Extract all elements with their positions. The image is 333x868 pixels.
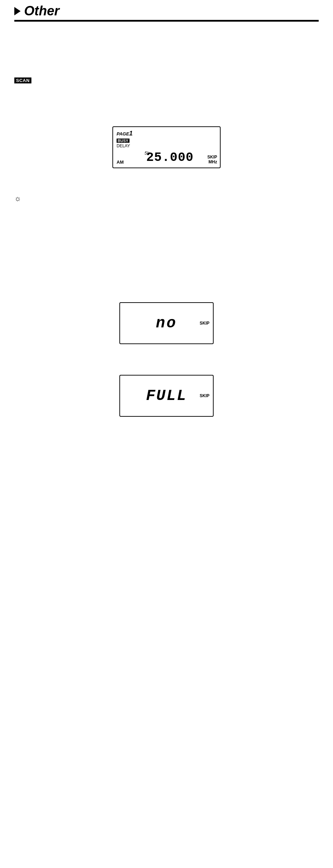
spacer5 xyxy=(14,168,319,186)
lcd-display-3: FULL SKIP xyxy=(119,375,214,417)
lcd-top-info: PAGE1 BUSY DELAY xyxy=(117,130,133,148)
spacer3 xyxy=(14,83,319,93)
scan-badge: SCAN xyxy=(14,77,31,83)
lcd-display-1-wrapper: PAGE1 BUSY DELAY 5k 25.000 AM SKIP MHz xyxy=(14,119,319,168)
spacer6 xyxy=(14,203,319,210)
light-icon-wrapper: ☼ xyxy=(14,186,319,203)
page-title: Other xyxy=(14,3,319,18)
lcd-no-value: no xyxy=(156,314,177,332)
text-block-1 xyxy=(14,40,319,49)
header-underline xyxy=(14,20,319,22)
spacer1 xyxy=(14,24,319,34)
lcd-no-skip-label: SKIP xyxy=(200,321,209,326)
scan-badge-wrapper: SCAN xyxy=(14,77,319,83)
lcd-full-skip-label: SKIP xyxy=(200,393,209,398)
header-section: Other xyxy=(14,0,319,22)
triangle-icon xyxy=(14,7,21,15)
page-container: Other SCAN PAGE1 BUSY DELAY 5k xyxy=(0,0,333,438)
lcd-page-label: PAGE1 xyxy=(117,130,133,137)
lcd-page-number: 1 xyxy=(129,130,133,137)
lcd-am-label: AM xyxy=(117,159,124,165)
spacer8 xyxy=(14,344,319,365)
spacer4 xyxy=(14,108,319,119)
lcd-display-2-wrapper: no SKIP xyxy=(14,295,319,344)
lcd-delay-label: DELAY xyxy=(117,143,133,148)
lcd-mhz-label: MHz xyxy=(208,159,217,164)
text-block-2 xyxy=(14,99,319,108)
spacer7 xyxy=(14,225,319,295)
lcd-skip-mhz: SKIP MHz xyxy=(207,155,217,165)
text-block-3 xyxy=(14,216,319,225)
title-text: Other xyxy=(24,3,59,18)
lcd-display-3-wrapper: FULL SKIP xyxy=(14,365,319,417)
spacer2 xyxy=(14,49,319,77)
light-bulb-icon: ☼ xyxy=(14,194,21,203)
lcd-display-1: PAGE1 BUSY DELAY 5k 25.000 AM SKIP MHz xyxy=(112,126,221,168)
lcd-skip-label: SKIP xyxy=(207,155,217,159)
lcd-busy-badge: BUSY xyxy=(117,139,130,143)
lcd-frequency: 25.000 xyxy=(146,150,194,165)
lcd-full-value: FULL xyxy=(146,387,187,405)
lcd-display-2: no SKIP xyxy=(119,302,214,344)
